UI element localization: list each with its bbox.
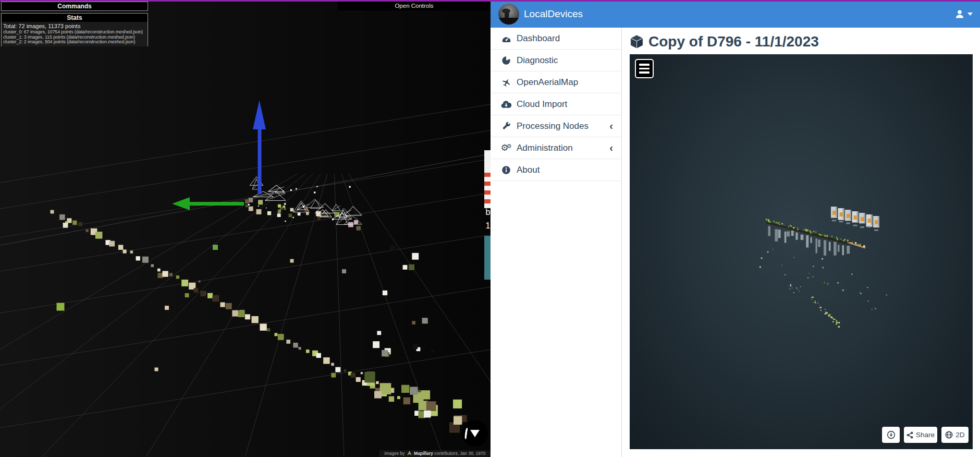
sidebar-item-label: OpenAerialMap [517, 77, 578, 88]
stats-total: Total: 72 images, 11373 points [3, 22, 146, 30]
dashboard-icon [500, 34, 512, 43]
ruler-white-segment [484, 150, 491, 173]
sidebar-item-processing-nodes[interactable]: Processing Nodes ‹ [491, 115, 621, 137]
sidebar-item-cloud-import[interactable]: Cloud Import [491, 93, 621, 115]
attribution-suffix: contributors, Jan 30, 1970 [434, 451, 485, 456]
caret-down-icon [967, 13, 973, 16]
download-circle-icon [887, 430, 896, 439]
sidebar-item-label: Processing Nodes [517, 121, 589, 131]
sidebar-item-label: Diagnostic [517, 55, 558, 66]
attribution-brand[interactable]: Mapillary [414, 451, 433, 456]
commands-panel-title[interactable]: Commands [2, 2, 148, 10]
webodm-app: LocalDevices [491, 0, 980, 457]
app-title[interactable]: LocalDevices [524, 0, 583, 28]
app-header: LocalDevices [491, 0, 980, 28]
left-3d-viewer[interactable]: Commands Stats Total: 72 images, 11373 p… [0, 0, 491, 457]
mode-2d-button-label: 2D [956, 431, 964, 439]
page-title-row: Copy of D796 - 11/1/2023 [630, 33, 980, 50]
right-3d-scene[interactable] [630, 54, 973, 449]
sidebar-item-administration[interactable]: ⚙⚙ Administration ‹ [491, 137, 621, 159]
attribution-prefix: images by [384, 451, 405, 456]
sidebar-item-label: Administration [517, 143, 573, 153]
hamburger-icon [639, 64, 650, 66]
main-content: Copy of D796 - 11/1/2023 [622, 28, 980, 457]
stats-body: Total: 72 images, 11373 points cluster_0… [2, 22, 148, 46]
stats-cluster-1: cluster_1: 3 images, 115 points (data/re… [3, 35, 146, 40]
ruler-label-1: 1 [485, 221, 491, 231]
chevron-left-icon[interactable]: ‹ [609, 142, 613, 153]
sidebar-item-label: Cloud Import [517, 99, 567, 110]
info-icon [500, 165, 512, 175]
commands-panel[interactable]: Commands [1, 2, 148, 11]
sidebar-item-label: About [517, 165, 540, 175]
wrench-icon [500, 122, 512, 130]
stats-panel: Stats Total: 72 images, 11373 points clu… [1, 13, 148, 46]
chevron-left-icon[interactable]: ‹ [609, 120, 613, 131]
viewer-menu-button[interactable] [635, 59, 654, 78]
user-icon [954, 9, 965, 19]
sidebar-item-openaerialmap[interactable]: OpenAerialMap [491, 71, 621, 93]
gears-icon: ⚙⚙ [500, 143, 512, 152]
compass-widget[interactable] [462, 420, 488, 447]
sidebar-item-dashboard[interactable]: Dashboard [491, 28, 621, 50]
download-assets-button[interactable] [882, 427, 900, 443]
pie-chart-icon [500, 56, 512, 65]
mapillary-icon [407, 451, 412, 457]
cube-icon [630, 34, 644, 49]
cloud-import-icon [500, 100, 512, 109]
page-title: Copy of D796 - 11/1/2023 [648, 33, 819, 50]
logo-image [498, 4, 519, 25]
share-button-label: Share [916, 431, 935, 439]
right-3d-viewer[interactable]: Share 2D [630, 54, 973, 449]
left-3d-scene[interactable] [0, 0, 491, 457]
compass-arc [464, 428, 469, 440]
sidebar-item-about[interactable]: About [491, 159, 621, 181]
share-button[interactable]: Share [904, 427, 937, 443]
map-attribution: images by Mapillary contributors, Jan 30… [379, 450, 491, 457]
open-controls-button[interactable]: Open Controls [338, 1, 491, 10]
mode-2d-button[interactable]: 2D [941, 427, 969, 443]
sidebar-item-diagnostic[interactable]: Diagnostic [491, 50, 621, 71]
screen: Commands Stats Total: 72 images, 11373 p… [0, 0, 980, 457]
app-logo[interactable] [498, 4, 519, 25]
globe-icon [945, 431, 953, 439]
top-accent-bar [0, 0, 980, 2]
stats-panel-title[interactable]: Stats [2, 14, 148, 22]
user-menu[interactable] [954, 8, 973, 20]
sidebar: Dashboard Diagnostic OpenAerialMap [491, 28, 622, 457]
ruler-striped-segment [484, 173, 491, 208]
share-icon [906, 431, 913, 439]
stats-cluster-0: cluster_0: 67 images, 10754 points (data… [3, 30, 146, 35]
stats-cluster-2: cluster_2: 2 images, 504 points (data/re… [3, 40, 146, 45]
compass-needle-icon [470, 430, 480, 437]
viewer-button-bar: Share 2D [882, 427, 969, 443]
ruler-label-b: b [485, 208, 491, 217]
ruler-teal-segment [484, 236, 491, 280]
sidebar-item-label: Dashboard [517, 33, 560, 44]
plane-icon [500, 78, 512, 87]
